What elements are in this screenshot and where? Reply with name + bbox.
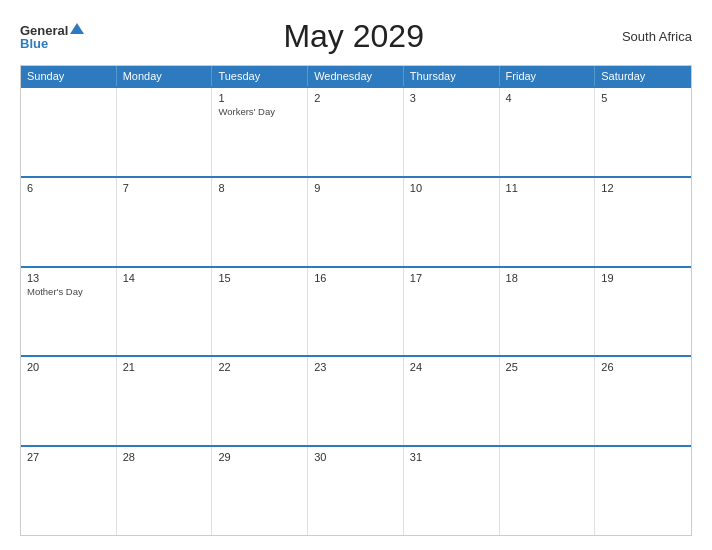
week-row: 1Workers' Day2345 [21, 86, 691, 176]
logo-icon [69, 21, 85, 37]
day-number: 18 [506, 272, 589, 284]
day-number: 10 [410, 182, 493, 194]
day-cell: 1Workers' Day [212, 88, 308, 176]
day-cell [595, 447, 691, 535]
logo: General Blue [20, 23, 85, 50]
day-cell: 30 [308, 447, 404, 535]
day-number: 19 [601, 272, 685, 284]
day-cell: 4 [500, 88, 596, 176]
day-cell: 24 [404, 357, 500, 445]
day-cell: 15 [212, 268, 308, 356]
day-number: 22 [218, 361, 301, 373]
day-cell: 23 [308, 357, 404, 445]
day-number: 30 [314, 451, 397, 463]
day-number: 8 [218, 182, 301, 194]
day-number: 26 [601, 361, 685, 373]
day-number: 15 [218, 272, 301, 284]
day-header: Tuesday [212, 66, 308, 86]
day-cell: 8 [212, 178, 308, 266]
day-event: Workers' Day [218, 106, 301, 118]
page: General Blue May 2029 South Africa Sunda… [0, 0, 712, 550]
day-header: Saturday [595, 66, 691, 86]
day-cell: 5 [595, 88, 691, 176]
day-header: Monday [117, 66, 213, 86]
header: General Blue May 2029 South Africa [20, 18, 692, 55]
day-cell: 16 [308, 268, 404, 356]
day-cell: 21 [117, 357, 213, 445]
day-header: Friday [500, 66, 596, 86]
day-headers-row: SundayMondayTuesdayWednesdayThursdayFrid… [21, 66, 691, 86]
day-number: 17 [410, 272, 493, 284]
day-number: 16 [314, 272, 397, 284]
logo-general-text: General [20, 24, 68, 37]
day-cell: 26 [595, 357, 691, 445]
day-number: 27 [27, 451, 110, 463]
day-number: 3 [410, 92, 493, 104]
day-cell: 13Mother's Day [21, 268, 117, 356]
day-number: 21 [123, 361, 206, 373]
day-number: 7 [123, 182, 206, 194]
day-number: 2 [314, 92, 397, 104]
day-number: 1 [218, 92, 301, 104]
day-number: 5 [601, 92, 685, 104]
week-row: 20212223242526 [21, 355, 691, 445]
day-number: 12 [601, 182, 685, 194]
day-cell [117, 88, 213, 176]
day-number: 20 [27, 361, 110, 373]
day-cell: 31 [404, 447, 500, 535]
day-cell: 22 [212, 357, 308, 445]
country-label: South Africa [622, 29, 692, 44]
day-number: 6 [27, 182, 110, 194]
calendar-title: May 2029 [85, 18, 621, 55]
day-number: 13 [27, 272, 110, 284]
day-cell: 14 [117, 268, 213, 356]
day-number: 14 [123, 272, 206, 284]
week-row: 6789101112 [21, 176, 691, 266]
day-cell: 29 [212, 447, 308, 535]
day-number: 25 [506, 361, 589, 373]
day-cell: 6 [21, 178, 117, 266]
day-cell: 9 [308, 178, 404, 266]
day-header: Thursday [404, 66, 500, 86]
day-number: 31 [410, 451, 493, 463]
logo-blue-text: Blue [20, 37, 48, 50]
day-cell: 28 [117, 447, 213, 535]
day-cell: 2 [308, 88, 404, 176]
day-cell: 3 [404, 88, 500, 176]
day-cell: 19 [595, 268, 691, 356]
day-cell: 17 [404, 268, 500, 356]
day-number: 23 [314, 361, 397, 373]
day-cell: 18 [500, 268, 596, 356]
calendar: SundayMondayTuesdayWednesdayThursdayFrid… [20, 65, 692, 536]
day-number: 29 [218, 451, 301, 463]
day-cell: 7 [117, 178, 213, 266]
day-number: 9 [314, 182, 397, 194]
day-number: 28 [123, 451, 206, 463]
day-cell: 25 [500, 357, 596, 445]
day-cell [21, 88, 117, 176]
day-cell: 12 [595, 178, 691, 266]
svg-marker-0 [70, 23, 84, 34]
weeks-container: 1Workers' Day2345678910111213Mother's Da… [21, 86, 691, 535]
week-row: 13Mother's Day141516171819 [21, 266, 691, 356]
day-cell: 20 [21, 357, 117, 445]
week-row: 2728293031 [21, 445, 691, 535]
day-number: 4 [506, 92, 589, 104]
day-cell [500, 447, 596, 535]
day-cell: 27 [21, 447, 117, 535]
day-number: 11 [506, 182, 589, 194]
day-event: Mother's Day [27, 286, 110, 298]
day-number: 24 [410, 361, 493, 373]
day-cell: 10 [404, 178, 500, 266]
day-header: Wednesday [308, 66, 404, 86]
day-cell: 11 [500, 178, 596, 266]
day-header: Sunday [21, 66, 117, 86]
